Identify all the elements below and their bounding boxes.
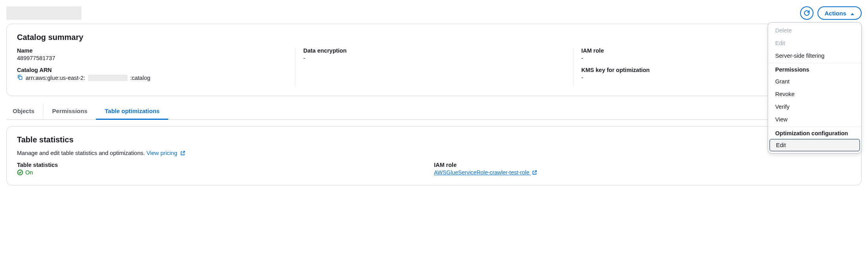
arn-value: arn:aws:glue:us-east-2::catalog	[17, 74, 287, 81]
menu-header-optimization: Optimization configuration	[768, 127, 861, 139]
catalog-summary-title: Catalog summary	[17, 33, 851, 42]
tab-table-optimizations[interactable]: Table optimizations	[96, 103, 168, 120]
svg-rect-0	[19, 76, 22, 79]
stat-status: On	[17, 169, 434, 176]
table-statistics-panel: Edit Table statistics Manage and edit ta…	[6, 126, 862, 185]
table-statistics-title: Table statistics	[17, 135, 851, 144]
arn-prefix: arn:aws:glue:us-east-2:	[26, 75, 85, 81]
menu-edit: Edit	[768, 37, 861, 49]
refresh-button[interactable]	[800, 6, 814, 20]
arn-label: Catalog ARN	[17, 67, 287, 73]
menu-revoke[interactable]: Revoke	[768, 88, 861, 100]
name-value: 489977581737	[17, 55, 287, 61]
encryption-label: Data encryption	[303, 47, 565, 54]
menu-view[interactable]: View	[768, 113, 861, 126]
tab-objects[interactable]: Objects	[6, 103, 43, 119]
external-link-icon	[532, 170, 537, 176]
menu-grant[interactable]: Grant	[768, 75, 861, 88]
copy-icon[interactable]	[17, 74, 23, 81]
external-link-icon	[180, 151, 185, 157]
actions-dropdown: Delete Edit Server-side filtering Permis…	[768, 22, 862, 153]
stat-label: Table statistics	[17, 162, 434, 168]
view-pricing-link[interactable]: View pricing	[147, 150, 185, 156]
encryption-value: -	[303, 55, 565, 61]
check-circle-icon	[17, 169, 23, 176]
menu-optimization-edit[interactable]: Edit	[769, 139, 860, 151]
refresh-icon	[804, 10, 810, 16]
stat-status-text: On	[25, 169, 33, 176]
stats-iam-label: IAM role	[434, 162, 851, 168]
menu-delete: Delete	[768, 24, 861, 37]
catalog-summary-panel: Catalog summary Name 489977581737 Catalo…	[6, 24, 862, 96]
arn-suffix: :catalog	[130, 75, 150, 81]
caret-up-icon	[850, 10, 855, 17]
redacted-title	[6, 6, 81, 20]
stats-iam-link[interactable]: AWSGlueServiceRole-crawler-test-role	[434, 169, 537, 176]
tabs: Objects Permissions Table optimizations	[6, 103, 862, 120]
view-pricing-text: View pricing	[147, 150, 177, 156]
actions-button[interactable]: Actions	[817, 6, 862, 20]
stats-iam-link-text: AWSGlueServiceRole-crawler-test-role	[434, 169, 529, 176]
table-statistics-desc: Manage and edit table statistics and opt…	[17, 150, 145, 156]
arn-redacted	[88, 75, 128, 81]
menu-header-permissions: Permissions	[768, 63, 861, 75]
actions-label: Actions	[825, 10, 846, 17]
name-label: Name	[17, 47, 287, 54]
menu-verify[interactable]: Verify	[768, 100, 861, 113]
menu-server-side-filtering[interactable]: Server-side filtering	[768, 49, 861, 62]
tab-permissions[interactable]: Permissions	[43, 103, 96, 119]
